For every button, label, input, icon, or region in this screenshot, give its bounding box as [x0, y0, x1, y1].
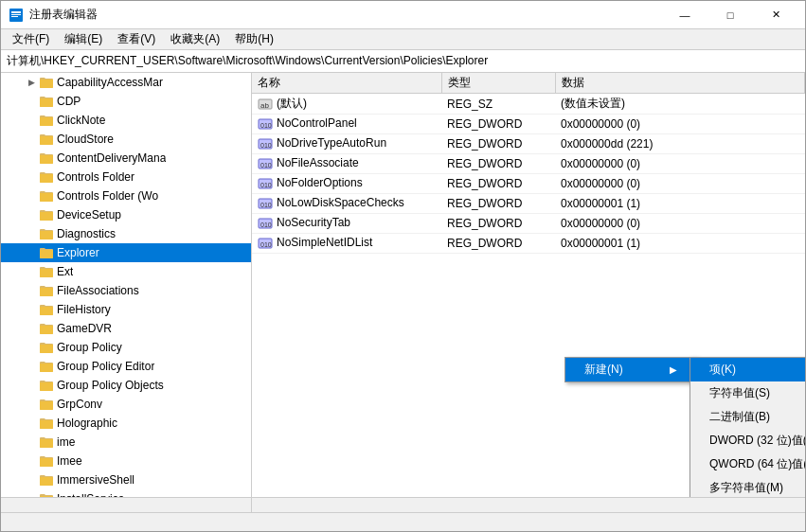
- tree-item[interactable]: ImmersiveShell: [1, 470, 251, 489]
- svg-text:010: 010: [260, 241, 272, 248]
- minimize-button[interactable]: —: [663, 1, 707, 29]
- cell-type: REG_DWORD: [441, 214, 555, 234]
- tree-item[interactable]: Controls Folder (Wo: [1, 186, 251, 205]
- table-row[interactable]: 010 NoFileAssociateREG_DWORD0x00000000 (…: [252, 154, 805, 174]
- folder-icon: [39, 169, 54, 185]
- submenu-item[interactable]: 二进制值(B): [690, 405, 805, 429]
- svg-text:010: 010: [260, 202, 272, 208]
- tree-item[interactable]: Controls Folder: [1, 168, 251, 186]
- cell-type: REG_SZ: [441, 94, 555, 115]
- submenu-item[interactable]: 多字符串值(M): [690, 476, 805, 497]
- tree-item[interactable]: Group Policy Objects: [1, 376, 251, 395]
- tree-item-label: Group Policy Objects: [57, 379, 164, 392]
- registry-icon: 010: [258, 176, 273, 191]
- submenu-item[interactable]: 字符串值(S): [690, 381, 805, 405]
- tree-item[interactable]: Holographic: [1, 414, 251, 433]
- table-row[interactable]: ab (默认)REG_SZ(数值未设置): [252, 94, 805, 115]
- cell-name: 010 NoSecurityTab: [252, 214, 441, 234]
- tree-item[interactable]: Imee: [1, 452, 251, 470]
- cell-name: ab (默认): [252, 94, 441, 115]
- table-header-row: 名称 类型 数据: [252, 73, 805, 94]
- right-scrollbar-h[interactable]: [252, 497, 805, 512]
- cell-type: REG_DWORD: [441, 194, 555, 214]
- cell-data: 0x00000000 (0): [555, 214, 805, 234]
- tree-item[interactable]: Group Policy: [1, 338, 251, 357]
- tree-scrollbar-h[interactable]: [1, 497, 252, 512]
- tree-item-label: Diagnostics: [57, 227, 116, 240]
- folder-icon: [39, 151, 54, 166]
- menu-item[interactable]: 收藏夹(A): [163, 29, 227, 49]
- tree-item[interactable]: Group Policy Editor: [1, 357, 251, 376]
- menu-item[interactable]: 文件(F): [5, 29, 57, 49]
- context-menu-item[interactable]: 新建(N)▶: [565, 358, 696, 381]
- svg-text:010: 010: [260, 182, 272, 188]
- submenu-item[interactable]: DWORD (32 位)值(D): [690, 429, 805, 452]
- window-controls: — □ ✕: [663, 1, 797, 29]
- folder-icon: [39, 113, 54, 128]
- close-button[interactable]: ✕: [754, 1, 797, 29]
- menu-item[interactable]: 帮助(H): [227, 29, 281, 49]
- tree-item[interactable]: CDP: [1, 92, 251, 111]
- table-row[interactable]: 010 NoSecurityTabREG_DWORD0x00000000 (0): [252, 214, 805, 234]
- table-row[interactable]: 010 NoLowDiskSpaceChecksREG_DWORD0x00000…: [252, 194, 805, 214]
- svg-text:010: 010: [260, 222, 272, 228]
- col-header-type[interactable]: 类型: [441, 73, 555, 94]
- svg-text:010: 010: [260, 122, 272, 129]
- tree-item-label: ContentDeliveryMana: [57, 151, 166, 165]
- folder-icon: [39, 416, 54, 431]
- tree-item[interactable]: FileHistory: [1, 300, 251, 319]
- table-row[interactable]: 010 NoFolderOptionsREG_DWORD0x00000000 (…: [252, 174, 805, 194]
- tree-item-label: CloudStore: [57, 133, 114, 146]
- context-menu-label: 新建(N): [584, 362, 623, 378]
- tree-item-label: ime: [57, 435, 75, 449]
- tree-item[interactable]: ime: [1, 433, 251, 452]
- tree-item[interactable]: Diagnostics: [1, 224, 251, 243]
- tree-item[interactable]: DeviceSetup: [1, 205, 251, 224]
- tree-item[interactable]: GameDVR: [1, 319, 251, 338]
- cell-type: REG_DWORD: [441, 154, 555, 174]
- registry-editor-window: 注册表编辑器 — □ ✕ 文件(F)编辑(E)查看(V)收藏夹(A)帮助(H) …: [0, 0, 806, 532]
- menu-item[interactable]: 编辑(E): [57, 29, 110, 49]
- tree-item[interactable]: Explorer: [1, 243, 251, 262]
- tree-item[interactable]: ▶ CapabilityAccessMar: [1, 73, 251, 92]
- registry-table: 名称 类型 数据 ab (默认)REG_SZ(数值未设置) 010 NoCont…: [252, 73, 805, 254]
- folder-icon: [39, 207, 54, 222]
- right-panel[interactable]: 名称 类型 数据 ab (默认)REG_SZ(数值未设置) 010 NoCont…: [252, 73, 805, 497]
- tree-item-label: FileHistory: [57, 303, 111, 316]
- tree-item[interactable]: Ext: [1, 262, 251, 281]
- cell-name: 010 NoDriveTypeAutoRun: [252, 134, 441, 154]
- cell-data: 0x000000dd (221): [555, 134, 805, 154]
- folder-icon: [39, 283, 54, 298]
- tree-item-label: Group Policy Editor: [57, 360, 154, 373]
- tree-item[interactable]: CloudStore: [1, 130, 251, 149]
- folder-icon: [39, 359, 54, 374]
- folder-icon: [39, 226, 54, 241]
- table-row[interactable]: 010 NoSimpleNetIDListREG_DWORD0x00000001…: [252, 234, 805, 254]
- menu-item[interactable]: 查看(V): [110, 29, 163, 49]
- registry-icon: 010: [258, 196, 273, 211]
- tree-item[interactable]: FileAssociations: [1, 281, 251, 300]
- maximize-button[interactable]: □: [708, 1, 752, 29]
- cell-type: REG_DWORD: [441, 134, 555, 154]
- col-header-data[interactable]: 数据: [555, 73, 805, 94]
- tree-item-label: CapabilityAccessMar: [57, 76, 163, 89]
- svg-rect-1: [11, 11, 21, 13]
- tree-item-label: Controls Folder: [57, 170, 134, 184]
- submenu-item[interactable]: 项(K): [690, 358, 805, 381]
- tree-panel[interactable]: ▶ CapabilityAccessMar CDP ClickNote Clou…: [1, 73, 252, 497]
- registry-icon: 010: [258, 116, 273, 132]
- table-row[interactable]: 010 NoControlPanelREG_DWORD0x00000000 (0…: [252, 115, 805, 134]
- svg-text:ab: ab: [260, 101, 269, 110]
- tree-item[interactable]: InstallService: [1, 489, 251, 497]
- submenu-item[interactable]: QWORD (64 位)值(Q): [690, 452, 805, 476]
- cell-name: 010 NoLowDiskSpaceChecks: [252, 194, 441, 214]
- svg-text:010: 010: [260, 162, 272, 168]
- col-header-name[interactable]: 名称: [252, 73, 441, 94]
- tree-item[interactable]: ContentDeliveryMana: [1, 149, 251, 168]
- tree-item[interactable]: ClickNote: [1, 111, 251, 130]
- tree-item[interactable]: GrpConv: [1, 395, 251, 414]
- tree-item-label: FileAssociations: [57, 284, 139, 297]
- tree-item-label: Explorer: [57, 246, 99, 259]
- registry-icon: 010: [258, 156, 273, 171]
- table-row[interactable]: 010 NoDriveTypeAutoRunREG_DWORD0x000000d…: [252, 134, 805, 154]
